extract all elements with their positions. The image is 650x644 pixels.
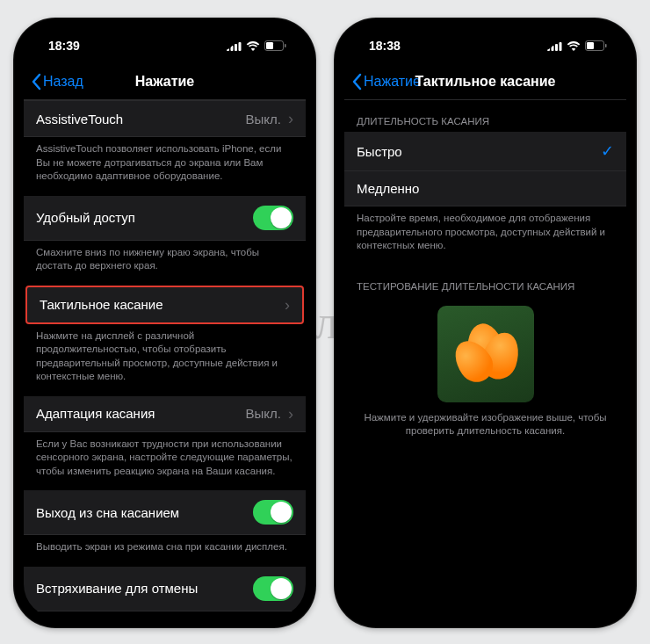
svg-rect-13 bbox=[605, 44, 607, 47]
nav-bar: Назад Нажатие bbox=[24, 63, 306, 100]
chevron-right-icon: › bbox=[288, 406, 293, 422]
nav-bar: Нажатие Тактильное касание bbox=[344, 63, 626, 100]
row-label: AssistiveTouch bbox=[36, 112, 123, 127]
section-footer: Настройте время, необходимое для отображ… bbox=[344, 206, 626, 265]
section-header: ДЛИТЕЛЬНОСТЬ КАСАНИЯ bbox=[344, 100, 626, 132]
row-touch-accommodations[interactable]: Адаптация касания Выкл.› bbox=[24, 396, 306, 432]
row-footer: Выводить экран из режима сна при касании… bbox=[24, 535, 306, 567]
row-label: Выход из сна касанием bbox=[36, 505, 179, 520]
status-indicators bbox=[227, 40, 286, 51]
status-time: 18:39 bbox=[48, 39, 80, 53]
row-haptic-touch[interactable]: Тактильное касание › bbox=[25, 286, 304, 324]
row-tap-to-wake[interactable]: Выход из сна касанием bbox=[24, 490, 306, 535]
chevron-right-icon: › bbox=[288, 111, 293, 127]
svg-rect-5 bbox=[266, 42, 273, 49]
row-label: Тактильное касание bbox=[40, 297, 163, 312]
status-time: 18:38 bbox=[369, 39, 401, 53]
svg-rect-10 bbox=[560, 42, 562, 51]
phone-left: 18:39 Назад Нажатие AssistiveTouch Выкл.… bbox=[13, 18, 316, 628]
option-label: Быстро bbox=[357, 144, 402, 159]
svg-rect-6 bbox=[285, 44, 286, 47]
row-footer: Если у Вас возникают трудности при испол… bbox=[24, 432, 306, 491]
checkmark-icon: ✓ bbox=[601, 141, 614, 161]
row-label: Встряхивание для отмены bbox=[36, 581, 198, 596]
section-header: ТЕСТИРОВАНИЕ ДЛИТЕЛЬНОСТИ КАСАНИЯ bbox=[344, 265, 626, 297]
row-reachability[interactable]: Удобный доступ bbox=[24, 196, 306, 241]
section-footer: Нажмите и удерживайте изображение выше, … bbox=[344, 406, 626, 451]
svg-rect-12 bbox=[587, 42, 594, 49]
wifi-icon bbox=[567, 41, 581, 51]
row-shake-to-undo[interactable]: Встряхивание для отмены bbox=[24, 567, 306, 611]
notch bbox=[415, 28, 556, 51]
status-indicators bbox=[547, 40, 607, 51]
chevron-left-icon bbox=[31, 73, 41, 90]
option-fast[interactable]: Быстро ✓ bbox=[344, 132, 626, 171]
test-image[interactable] bbox=[437, 306, 534, 402]
back-button[interactable]: Назад bbox=[24, 73, 83, 90]
row-label: Удобный доступ bbox=[36, 210, 135, 225]
battery-icon bbox=[264, 40, 286, 51]
back-label: Нажатие bbox=[364, 74, 421, 90]
toggle-switch[interactable] bbox=[253, 500, 293, 525]
settings-list[interactable]: AssistiveTouch Выкл.› AssistiveTouch поз… bbox=[24, 100, 306, 618]
battery-icon bbox=[585, 40, 607, 51]
row-value: Выкл. bbox=[246, 406, 281, 421]
row-assistivetouch[interactable]: AssistiveTouch Выкл.› bbox=[24, 100, 306, 137]
row-value: Выкл. bbox=[246, 112, 281, 127]
svg-rect-3 bbox=[239, 42, 242, 51]
option-slow[interactable]: Медленно bbox=[344, 171, 626, 206]
toggle-switch[interactable] bbox=[253, 206, 293, 230]
row-label: Адаптация касания bbox=[36, 406, 155, 421]
chevron-left-icon bbox=[351, 73, 362, 90]
settings-list[interactable]: ДЛИТЕЛЬНОСТЬ КАСАНИЯ Быстро ✓ Медленно Н… bbox=[344, 100, 626, 618]
back-label: Назад bbox=[43, 74, 83, 90]
svg-rect-2 bbox=[235, 44, 237, 51]
row-footer: Если Вы часто встряхиваете iPhone случай… bbox=[24, 611, 306, 618]
row-footer: AssistiveTouch позволяет использовать iP… bbox=[24, 137, 306, 196]
toggle-switch[interactable] bbox=[253, 576, 293, 601]
chevron-right-icon: › bbox=[285, 297, 290, 313]
test-image-container bbox=[344, 297, 626, 406]
row-footer: Смахните вниз по нижнему краю экрана, чт… bbox=[24, 241, 306, 286]
notch bbox=[95, 28, 235, 51]
phone-right: 18:38 Нажатие Тактильное касание ДЛИТЕЛЬ… bbox=[334, 18, 637, 628]
wifi-icon bbox=[246, 41, 260, 51]
back-button[interactable]: Нажатие bbox=[344, 73, 421, 90]
row-footer: Нажмите на дисплей с различной продолжит… bbox=[24, 324, 306, 396]
option-label: Медленно bbox=[357, 181, 419, 196]
svg-rect-9 bbox=[555, 44, 558, 51]
